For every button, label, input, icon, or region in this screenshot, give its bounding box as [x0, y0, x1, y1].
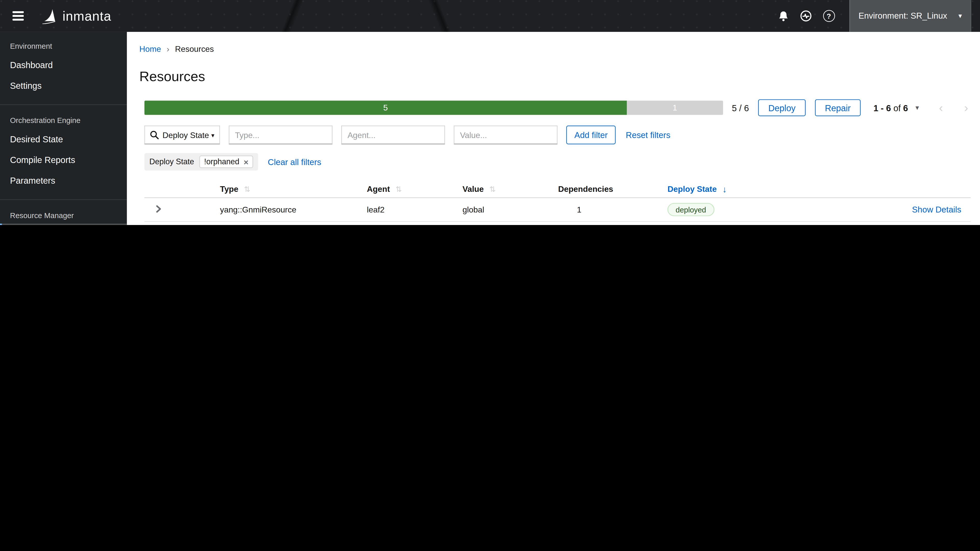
column-header-agent[interactable]: Agent ⇅	[367, 184, 463, 194]
show-details-link[interactable]: Show Details	[912, 205, 961, 214]
inmanta-sail-icon	[40, 7, 59, 25]
deploy-state-chip-group: Deploy State !orphaned ×	[145, 153, 259, 171]
resources-table: Type ⇅ Agent ⇅ Value ⇅ Dependencies Depl…	[145, 181, 971, 225]
chevron-down-icon: ▾	[211, 132, 215, 138]
help-icon[interactable]: ?	[823, 10, 835, 22]
table-body: yang::GnmiResource leaf2 global 1 deploy…	[145, 198, 971, 225]
sort-icon: ⇅	[244, 185, 250, 193]
agent-filter-input[interactable]	[341, 125, 445, 144]
resource-dependencies: 1	[558, 205, 581, 214]
pagination-prev-icon[interactable]: ‹	[936, 102, 945, 114]
summary-toolbar: 5 1 5 / 6 Deploy Repair 1 - 6 of 6 ▾ ‹ ›	[145, 99, 971, 116]
environment-label: Environment: SR_Linux	[859, 11, 947, 21]
sort-descending-icon: ↓	[722, 184, 727, 194]
reset-filters-link[interactable]: Reset filters	[626, 130, 670, 140]
sidebar-item-dashboard[interactable]: Dashboard	[0, 54, 127, 75]
nav-group-title: Resource Manager	[0, 206, 127, 224]
type-filter-input[interactable]	[229, 125, 332, 144]
clear-all-filters-link[interactable]: Clear all filters	[268, 157, 321, 167]
search-icon	[150, 130, 159, 139]
nav-group-environment: Environment Dashboard Settings	[0, 32, 127, 96]
deploy-ratio-text: 5 / 6	[732, 103, 749, 113]
deploy-state-select-label: Deploy State...	[162, 130, 209, 140]
active-filters-row: Deploy State !orphaned × Clear all filte…	[145, 153, 971, 171]
main-content: Home › Resources Resources 5 1 5 / 6 Dep…	[127, 32, 980, 225]
sort-icon: ⇅	[396, 185, 402, 193]
sidebar-item-settings[interactable]: Settings	[0, 75, 127, 96]
nav-group-title: Orchestration Engine	[0, 111, 127, 129]
resource-agent: leaf2	[367, 205, 385, 214]
brand-name: inmanta	[62, 8, 111, 24]
deploy-state-filter-select[interactable]: Deploy State... ▾	[145, 125, 220, 144]
filter-toolbar: Deploy State... ▾ Add filter Reset filte…	[145, 125, 971, 144]
environment-selector[interactable]: Environment: SR_Linux ▾	[849, 0, 971, 32]
breadcrumb: Home › Resources	[127, 32, 980, 54]
page-title: Resources	[139, 68, 980, 85]
filter-chip-value: !orphaned	[204, 157, 239, 166]
column-header-deploy-state[interactable]: Deploy State ↓	[668, 184, 813, 194]
chip-group-label: Deploy State	[149, 157, 194, 166]
breadcrumb-home-link[interactable]: Home	[139, 44, 161, 54]
sidebar-item-parameters[interactable]: Parameters	[0, 170, 127, 191]
nav-toggle-button[interactable]	[10, 9, 26, 23]
value-filter-input[interactable]	[454, 125, 558, 144]
sidebar-item-compile-reports[interactable]: Compile Reports	[0, 149, 127, 170]
column-header-dependencies[interactable]: Dependencies	[558, 184, 668, 194]
nav-group-orchestration-engine: Orchestration Engine Desired State Compi…	[0, 104, 127, 191]
deploy-state-badge: deployed	[668, 203, 714, 216]
app-window: inmanta ? Environment: SR_Linux	[0, 0, 980, 225]
sidebar-item-desired-state[interactable]: Desired State	[0, 129, 127, 149]
table-row: yang::GnmiResource leaf1 global 1 deploy…	[145, 222, 971, 225]
nav-group-title: Environment	[0, 37, 127, 54]
chip-close-icon[interactable]: ×	[244, 158, 248, 166]
pagination-next-icon[interactable]: ›	[962, 102, 970, 114]
top-navbar: inmanta ? Environment: SR_Linux	[0, 0, 980, 32]
chevron-right-icon: ›	[167, 44, 169, 54]
progress-remaining-segment: 1	[627, 100, 723, 115]
progress-deployed-segment: 5	[145, 100, 627, 115]
inmanta-logo: inmanta	[40, 7, 111, 25]
sidebar: Environment Dashboard Settings Orchestra…	[0, 32, 127, 225]
question-mark-icon: ?	[823, 10, 835, 22]
add-filter-button[interactable]: Add filter	[566, 125, 616, 144]
breadcrumb-current: Resources	[175, 44, 214, 54]
sidebar-item-resources[interactable]: Resources	[0, 224, 127, 225]
column-header-value[interactable]: Value ⇅	[463, 184, 558, 194]
table-header-row: Type ⇅ Agent ⇅ Value ⇅ Dependencies Depl…	[145, 181, 971, 198]
top-pagination: 1 - 6 of 6 ▾ ‹ ›	[873, 102, 971, 114]
column-header-type[interactable]: Type ⇅	[220, 184, 367, 194]
table-row: yang::GnmiResource leaf2 global 1 deploy…	[145, 198, 971, 222]
progress-remaining-count: 1	[673, 103, 677, 113]
nav-group-resource-manager: Resource Manager Resources Agents Facts	[0, 199, 127, 225]
pagination-range-text: 1 - 6 of 6	[873, 103, 908, 113]
sort-icon: ⇅	[489, 185, 496, 193]
chevron-down-icon: ▾	[958, 12, 962, 20]
status-activity-icon[interactable]	[800, 10, 812, 22]
filter-chip: !orphaned ×	[199, 156, 253, 168]
hamburger-icon	[13, 11, 24, 13]
deploy-progress-bar: 5 1	[145, 100, 723, 115]
resource-type: yang::GnmiResource	[220, 205, 296, 214]
notifications-bell-icon[interactable]	[778, 10, 789, 21]
pagination-caret-icon[interactable]: ▾	[914, 103, 920, 113]
expand-row-icon[interactable]	[154, 205, 162, 213]
repair-button[interactable]: Repair	[815, 99, 861, 116]
resource-value: global	[463, 205, 484, 214]
deploy-button[interactable]: Deploy	[758, 99, 805, 116]
progress-deployed-count: 5	[383, 103, 388, 113]
